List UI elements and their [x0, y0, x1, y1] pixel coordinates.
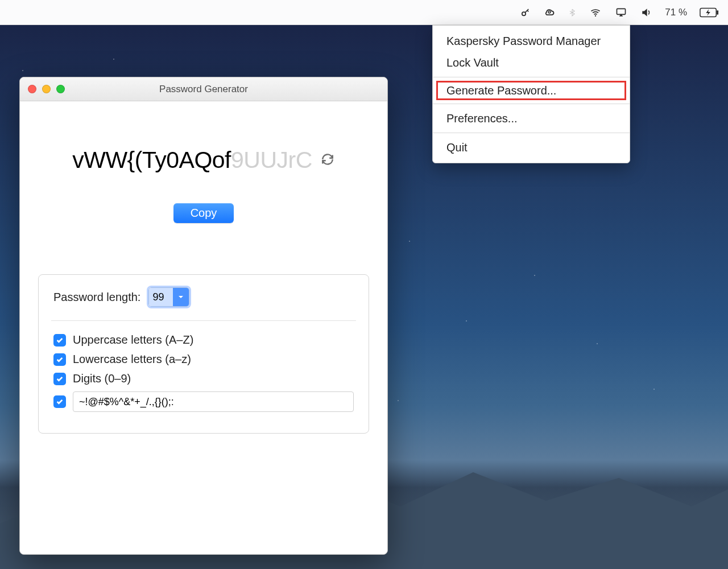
svg-point-0 [522, 12, 526, 15]
options-divider [51, 320, 356, 321]
menu-item-preferences[interactable]: Preferences... [433, 108, 630, 129]
svg-rect-7 [717, 10, 718, 15]
menu-separator [433, 104, 630, 104]
menu-item-quit[interactable]: Quit [433, 137, 630, 158]
password-generator-window: Password Generator vWW{(Ty0AQof9UUJrC Co… [19, 77, 388, 555]
creative-cloud-icon[interactable] [543, 7, 556, 18]
volume-icon[interactable] [640, 7, 652, 18]
uppercase-label: Uppercase letters (A–Z) [73, 333, 193, 347]
option-lowercase-row: Lowercase letters (a–z) [53, 353, 354, 366]
zoom-button[interactable] [56, 85, 65, 93]
close-button[interactable] [28, 85, 36, 93]
copy-button[interactable]: Copy [173, 203, 234, 223]
battery-percentage: 71 % [665, 7, 687, 18]
menu-item-app-name[interactable]: Kaspersky Password Manager [433, 30, 630, 52]
generated-password[interactable]: vWW{(Ty0AQof9UUJrC [72, 147, 312, 174]
lowercase-label: Lowercase letters (a–z) [73, 353, 191, 366]
svg-rect-5 [617, 9, 626, 14]
check-icon [56, 398, 64, 406]
window-title: Password Generator [20, 84, 387, 95]
symbols-input[interactable] [73, 391, 354, 412]
option-symbols-row [53, 391, 354, 412]
password-visible-part: vWW{(Ty0AQof [72, 147, 231, 173]
battery-charging-icon[interactable] [700, 7, 719, 18]
option-uppercase-row: Uppercase letters (A–Z) [53, 333, 354, 347]
menubar-dropdown: Kaspersky Password Manager Lock Vault Ge… [432, 25, 630, 163]
options-panel: Password length: Uppercase letters (A–Z)… [38, 274, 369, 434]
uppercase-checkbox[interactable] [53, 334, 66, 347]
window-titlebar[interactable]: Password Generator [20, 77, 387, 101]
length-dropdown-button[interactable] [173, 288, 189, 306]
digits-label: Digits (0–9) [73, 372, 131, 385]
menu-separator [433, 133, 630, 133]
check-icon [56, 375, 64, 383]
menu-item-lock-vault[interactable]: Lock Vault [433, 52, 630, 73]
regenerate-button[interactable] [320, 152, 335, 169]
lowercase-checkbox[interactable] [53, 353, 66, 366]
refresh-icon [320, 152, 335, 167]
menu-item-generate-password[interactable]: Generate Password... [436, 81, 626, 100]
option-digits-row: Digits (0–9) [53, 372, 354, 385]
svg-point-4 [595, 15, 596, 16]
chevron-down-icon [177, 294, 184, 300]
password-length-label: Password length: [53, 291, 140, 304]
password-length-input[interactable] [149, 288, 173, 306]
bluetooth-icon[interactable] [568, 7, 576, 18]
generated-password-row: vWW{(Ty0AQof9UUJrC [20, 101, 387, 191]
check-icon [56, 356, 64, 364]
wifi-icon[interactable] [589, 7, 602, 18]
password-faded-part: 9UUJrC [231, 147, 312, 173]
symbols-checkbox[interactable] [53, 395, 66, 408]
traffic-lights [28, 85, 65, 93]
check-icon [56, 336, 64, 344]
mac-menubar: 71 % [0, 0, 728, 25]
minimize-button[interactable] [42, 85, 51, 93]
password-length-combo[interactable] [148, 287, 189, 307]
password-length-row: Password length: [53, 287, 354, 307]
digits-checkbox[interactable] [53, 373, 66, 385]
svg-point-3 [548, 11, 551, 13]
menu-separator [433, 77, 630, 77]
airplay-icon[interactable] [615, 7, 627, 18]
key-icon[interactable] [520, 7, 531, 18]
svg-line-2 [527, 10, 528, 11]
